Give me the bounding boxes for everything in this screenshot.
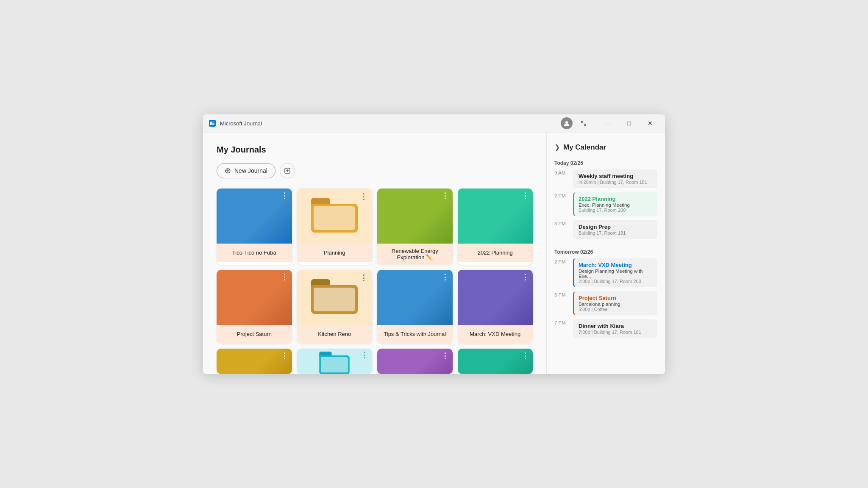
event-loc-design: Building 17, Room 181 <box>579 230 653 236</box>
event-loc-saturn: 5:00p | Coffee <box>579 307 653 312</box>
import-button[interactable] <box>280 163 295 178</box>
new-journal-button[interactable]: ⊕ New Journal <box>217 163 275 178</box>
calendar-chevron[interactable]: ❯ <box>554 143 560 151</box>
app-window: Microsoft Journal — □ ✕ My Journals ⊕ <box>203 114 665 374</box>
event-2022-planning[interactable]: 2022 Planning Exec. Planning Meeting Bui… <box>573 192 657 216</box>
event-loc-dinner: 7:00p | Building 17, Room 181 <box>579 330 653 335</box>
event-time-tmr5pm: 5 PM <box>554 291 570 297</box>
page-title: My Journals <box>217 145 533 155</box>
folder-icon-kitchen <box>311 279 358 315</box>
calendar-title: My Calendar <box>563 143 606 152</box>
main-content: My Journals ⊕ New Journal <box>203 133 546 374</box>
kebab-menu-2022[interactable]: ⋮ <box>521 192 529 200</box>
kebab-menu-renewable[interactable]: ⋮ <box>441 192 449 200</box>
toolbar: ⊕ New Journal <box>217 163 533 178</box>
plus-icon: ⊕ <box>225 166 231 175</box>
event-sub: in 28min | Building 17, Room 181 <box>579 180 653 185</box>
journal-label-tips: Tips & Tricks with Journal <box>377 325 453 344</box>
kebab-menu-kitchen[interactable]: ⋮ <box>360 274 368 282</box>
journal-card-tico-tico[interactable]: ⋮ Tico-Tico no Fubá <box>217 189 292 265</box>
kebab-menu-tico[interactable]: ⋮ <box>281 192 289 200</box>
event-row-3pm: 3 PM Design Prep Building 17, Room 181 <box>554 220 657 241</box>
event-dinner[interactable]: Dinner with Kiara 7:00p | Building 17, R… <box>573 319 657 338</box>
event-title-march: March: VXD Meeting <box>579 262 653 268</box>
event-sub-saturn: Barcelona planning <box>579 302 653 307</box>
event-title-dinner: Dinner with Kiara <box>579 323 653 329</box>
journal-card-kitchen[interactable]: ⋮ Kitchen Reno <box>297 270 373 344</box>
titlebar: Microsoft Journal — □ ✕ <box>203 114 665 133</box>
journal-card-saturn[interactable]: ⋮ Project Saturn <box>217 270 292 344</box>
journal-card-partial3[interactable]: ⋮ <box>377 349 453 374</box>
new-journal-label: New Journal <box>234 167 267 174</box>
event-time-tmr2pm: 2 PM <box>554 258 570 264</box>
event-time-tmr7pm: 7 PM <box>554 319 570 325</box>
close-button[interactable]: ✕ <box>640 116 660 130</box>
event-time-9am: 9 AM <box>554 169 570 175</box>
journal-card-partial1[interactable]: ⋮ <box>217 349 292 374</box>
profile-button[interactable] <box>561 117 573 129</box>
kebab-menu-p2[interactable]: ⋮ <box>361 351 369 359</box>
journal-label-planning: Planning <box>297 244 373 262</box>
event-title: Weekly staff meeting <box>579 173 653 179</box>
folder-icon-planning <box>311 198 358 234</box>
event-project-saturn[interactable]: Project Saturn Barcelona planning 5:00p … <box>573 291 657 315</box>
today-group: Today 02/25 9 AM Weekly staff meeting in… <box>554 160 657 241</box>
journal-label-saturn: Project Saturn <box>217 325 292 344</box>
event-loc-march: 2:00p | Building 17, Room 200 <box>579 279 653 284</box>
event-row-2pm: 2 PM 2022 Planning Exec. Planning Meetin… <box>554 192 657 219</box>
app-icon <box>208 119 217 128</box>
tomorrow-group: Tomorrow 02/26 2 PM March: VXD Meeting D… <box>554 249 657 341</box>
event-weekly-staff[interactable]: Weekly staff meeting in 28min | Building… <box>573 169 657 188</box>
expand-button[interactable] <box>578 117 590 129</box>
event-time-2pm: 2 PM <box>554 192 570 198</box>
event-march-vxd[interactable]: March: VXD Meeting Design Planning Meeti… <box>573 258 657 287</box>
kebab-menu-saturn[interactable]: ⋮ <box>281 273 289 281</box>
calendar-header: ❯ My Calendar <box>554 143 657 152</box>
minimize-button[interactable]: — <box>598 116 618 130</box>
titlebar-controls: — □ ✕ <box>561 116 660 130</box>
app-body: My Journals ⊕ New Journal <box>203 133 665 374</box>
event-design-prep[interactable]: Design Prep Building 17, Room 181 <box>573 220 657 239</box>
kebab-menu-planning[interactable]: ⋮ <box>360 193 368 200</box>
kebab-menu-p4[interactable]: ⋮ <box>521 352 529 360</box>
event-row-tmr-2pm: 2 PM March: VXD Meeting Design Planning … <box>554 258 657 290</box>
event-title-saturn: Project Saturn <box>579 295 653 301</box>
event-title-green: 2022 Planning <box>579 196 653 202</box>
event-time-3pm: 3 PM <box>554 220 570 226</box>
journal-label-2022: 2022 Planning <box>458 244 533 262</box>
kebab-menu-vxd[interactable]: ⋮ <box>521 273 529 281</box>
tomorrow-label: Tomorrow 02/26 <box>554 249 657 255</box>
journal-card-partial4[interactable]: ⋮ <box>458 349 533 374</box>
event-row-tmr-7pm: 7 PM Dinner with Kiara 7:00p | Building … <box>554 319 657 341</box>
journal-label-vxd: March: VXD Meeting <box>458 325 533 344</box>
event-sub-exec: Exec. Planning Meeting <box>579 202 653 208</box>
kebab-menu-p1[interactable]: ⋮ <box>281 352 289 360</box>
journal-card-vxd[interactable]: ⋮ March: VXD Meeting <box>458 270 533 344</box>
journal-card-renewable[interactable]: ⋮ Renewable Energy Exploration ✏️ <box>377 189 453 265</box>
event-row-tmr-5pm: 5 PM Project Saturn Barcelona planning 5… <box>554 291 657 318</box>
folder-icon-p2 <box>320 352 350 374</box>
journal-card-partial2[interactable]: ⋮ <box>297 349 373 374</box>
journal-card-2022[interactable]: ⋮ 2022 Planning <box>458 189 533 265</box>
journal-label-kitchen: Kitchen Reno <box>297 325 373 344</box>
sidebar: ❯ My Calendar Today 02/25 9 AM Weekly st… <box>546 133 665 374</box>
journals-grid: ⋮ Tico-Tico no Fubá ⋮ Planning <box>217 189 533 374</box>
titlebar-title: Microsoft Journal <box>220 120 561 127</box>
maximize-button[interactable]: □ <box>619 116 639 130</box>
event-sub-march: Design Planning Meeting with Exe... <box>579 269 653 279</box>
journal-card-planning[interactable]: ⋮ Planning <box>297 189 373 265</box>
event-loc-exec: Building 17, Room 200 <box>579 208 653 213</box>
event-row-9am: 9 AM Weekly staff meeting in 28min | Bui… <box>554 169 657 191</box>
kebab-menu-tips[interactable]: ⋮ <box>441 273 449 281</box>
journal-label-tico: Tico-Tico no Fubá <box>217 244 292 262</box>
journal-card-tips[interactable]: ⋮ Tips & Tricks with Journal <box>377 270 453 344</box>
kebab-menu-p3[interactable]: ⋮ <box>441 352 449 360</box>
today-label: Today 02/25 <box>554 160 657 166</box>
journal-label-renewable: Renewable Energy Exploration ✏️ <box>377 244 453 265</box>
event-title-design: Design Prep <box>579 224 653 230</box>
